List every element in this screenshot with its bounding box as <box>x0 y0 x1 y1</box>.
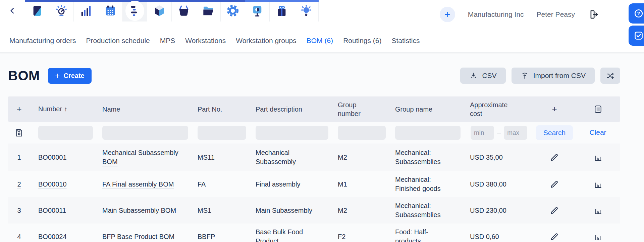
app-tab-settings[interactable] <box>221 0 245 22</box>
col-part-description[interactable]: Part description <box>248 102 330 117</box>
create-button[interactable]: + Create <box>48 68 92 84</box>
add-column-button[interactable]: + <box>552 104 557 115</box>
row-index-link[interactable]: 2 <box>17 180 21 189</box>
col-part-no[interactable]: Part No. <box>190 102 248 117</box>
filter-part-no-input[interactable] <box>198 126 246 140</box>
tasks-button[interactable] <box>629 26 644 46</box>
stats-button[interactable] <box>591 150 605 165</box>
company-name[interactable]: Manufacturing Inc <box>468 10 524 18</box>
app-tab-stock[interactable] <box>147 0 172 22</box>
plus-icon: + <box>55 72 60 80</box>
bom-number-link[interactable]: BO00011 <box>38 207 66 214</box>
sort-asc-icon[interactable]: ↑ <box>64 106 67 113</box>
nav-statistics[interactable]: Statistics <box>392 37 420 45</box>
app-tab-notebook[interactable] <box>25 0 49 22</box>
table-row: 3 BO00011 Main Subassembly BOM MS1 Main … <box>8 197 620 224</box>
app-tab-suggestions[interactable] <box>294 0 319 22</box>
stats-button[interactable] <box>591 229 605 242</box>
bom-number-link[interactable]: BO00010 <box>38 180 67 188</box>
part-no-cell: FA <box>190 176 248 193</box>
row-index-link[interactable]: 1 <box>17 153 21 162</box>
bom-name-link[interactable]: Main Subassembly BOM <box>102 206 176 215</box>
app-tab-dashboard[interactable] <box>49 0 74 22</box>
basket-icon <box>177 4 191 18</box>
nav-workstations[interactable]: Workstations <box>185 37 226 45</box>
quick-add-button[interactable]: + <box>440 7 455 22</box>
bom-number-link[interactable]: BO00001 <box>38 154 67 161</box>
presentation-board-icon <box>250 4 264 18</box>
edit-button[interactable] <box>547 150 562 165</box>
app-tab-reports[interactable] <box>245 0 270 22</box>
bom-table: + Number↑ Name Part No. Part description… <box>8 96 620 242</box>
table-row: 2 BO00010 FA Final assembly BOM FA Final… <box>8 171 620 197</box>
page-header: BOM + Create CSV Import from CSV <box>8 68 620 84</box>
stats-button[interactable] <box>591 177 605 192</box>
row-index-link[interactable]: 4 <box>17 232 21 241</box>
edit-button[interactable] <box>547 177 562 192</box>
bom-name-link[interactable]: BFP Base Product BOM <box>102 232 174 241</box>
shuffle-icon <box>606 72 614 80</box>
upload-icon <box>521 72 529 80</box>
col-number[interactable]: Number↑ <box>30 101 94 117</box>
nav-bom[interactable]: BOM (6) <box>307 37 333 45</box>
user-name[interactable]: Peter Peasy <box>537 10 575 18</box>
part-no-cell: BBFP <box>190 228 248 242</box>
stats-button[interactable] <box>591 203 605 218</box>
app-tab-production-schedule[interactable] <box>123 0 147 22</box>
bom-number-link[interactable]: BO00024 <box>38 233 67 240</box>
cost-cell: USD 230,00 <box>462 202 533 219</box>
filter-cost-min-input[interactable] <box>471 126 494 140</box>
clear-button[interactable]: Clear <box>589 128 606 137</box>
logout-icon[interactable] <box>588 8 600 21</box>
nav-workstation-groups[interactable]: Workstation groups <box>236 37 297 45</box>
back-button[interactable] <box>0 0 25 22</box>
app-tab-calendar[interactable] <box>98 0 123 22</box>
export-csv-button[interactable]: CSV <box>460 68 505 84</box>
filter-number-input[interactable] <box>38 126 93 140</box>
filter-group-number-input[interactable] <box>338 126 386 140</box>
filter-row: – Search Clear <box>8 122 620 144</box>
app-tab-documents[interactable] <box>196 0 221 22</box>
col-group-name[interactable]: Group name <box>387 102 462 117</box>
col-approximate-cost[interactable]: Approximate cost <box>462 97 533 121</box>
add-row-button[interactable]: + <box>16 104 21 115</box>
pencil-icon <box>549 152 559 162</box>
part-description-cell: Base Bulk Food Product <box>248 224 330 242</box>
bom-name-link[interactable]: FA Final assembly BOM <box>102 180 174 189</box>
top-app-bar: + Manufacturing Inc Peter Peasy ? <box>0 0 644 29</box>
save-filter-icon[interactable] <box>14 128 24 138</box>
edit-button[interactable] <box>547 229 562 242</box>
pencil-icon <box>549 205 559 215</box>
column-settings-icon[interactable] <box>593 104 603 114</box>
checkbox-icon <box>633 30 644 41</box>
help-button[interactable]: ? <box>629 3 644 24</box>
app-tab-statistics[interactable] <box>74 0 98 22</box>
chevron-left-icon <box>8 6 17 15</box>
shuffle-button[interactable] <box>600 68 620 84</box>
chart-icon <box>593 205 603 215</box>
chart-icon <box>593 179 603 189</box>
question-icon: ? <box>633 8 644 19</box>
cost-cell: USD 0,60 <box>462 228 533 242</box>
filter-name-input[interactable] <box>102 126 188 140</box>
range-dash: – <box>497 129 501 136</box>
svg-text:?: ? <box>637 11 640 16</box>
nav-production-schedule[interactable]: Production schedule <box>86 37 150 45</box>
download-icon <box>469 72 478 80</box>
nav-manufacturing-orders[interactable]: Manufacturing orders <box>9 37 76 45</box>
filter-cost-max-input[interactable] <box>504 126 527 140</box>
row-index-link[interactable]: 3 <box>17 206 21 215</box>
group-number-cell: M1 <box>330 176 387 193</box>
col-group-number[interactable]: Group number <box>330 97 387 121</box>
nav-mps[interactable]: MPS <box>160 37 175 45</box>
app-tab-referral[interactable] <box>270 0 294 22</box>
bom-name-link[interactable]: Mechanical Subassembly BOM <box>102 148 179 166</box>
filter-group-name-input[interactable] <box>395 126 461 140</box>
filter-part-description-input[interactable] <box>256 126 328 140</box>
search-button[interactable]: Search <box>536 125 573 140</box>
nav-routings[interactable]: Routings (6) <box>343 37 381 45</box>
app-tab-procurement[interactable] <box>172 0 196 22</box>
edit-button[interactable] <box>547 203 562 218</box>
col-name[interactable]: Name <box>94 102 190 117</box>
import-csv-button[interactable]: Import from CSV <box>512 68 595 84</box>
